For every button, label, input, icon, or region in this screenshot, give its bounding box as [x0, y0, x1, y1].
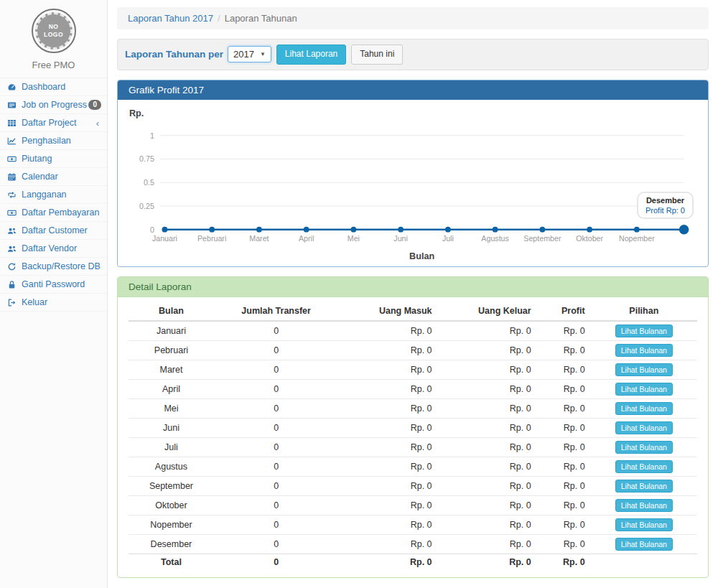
- cell-bulan: September: [129, 476, 214, 495]
- sidebar-item-dashboard[interactable]: Dashboard: [0, 78, 107, 96]
- lihat-bulanan-button-oktober[interactable]: Lihat Bulanan: [615, 499, 673, 512]
- lihat-bulanan-button-nopember[interactable]: Lihat Bulanan: [615, 518, 673, 531]
- sidebar-item-daftar-vendor[interactable]: Daftar Vendor: [0, 240, 107, 258]
- svg-text:Pebruari: Pebruari: [197, 234, 226, 243]
- chart-panel: Grafik Profit 2017 Rp.10.750.50.250Janua…: [117, 80, 709, 267]
- svg-text:Juli: Juli: [442, 234, 454, 243]
- column-header-bulan: Bulan: [129, 302, 214, 321]
- cell-uang-keluar: Rp. 0: [438, 340, 537, 360]
- tahun-ini-button[interactable]: Tahun ini: [351, 45, 403, 65]
- list-icon: [7, 101, 19, 110]
- sidebar-item-label: Piutang: [22, 154, 101, 164]
- line-chart-icon: [7, 136, 19, 146]
- cell-uang-keluar: Rp. 0: [438, 534, 537, 554]
- lihat-bulanan-button-mei[interactable]: Lihat Bulanan: [615, 402, 673, 415]
- sidebar-item-langganan[interactable]: Langganan: [0, 186, 107, 204]
- lihat-bulanan-button-september[interactable]: Lihat Bulanan: [615, 480, 673, 493]
- lihat-bulanan-button-juni[interactable]: Lihat Bulanan: [615, 421, 673, 434]
- caret-down-icon: ▼: [260, 51, 266, 57]
- cell-profit: Rp. 0: [537, 437, 591, 457]
- sidebar-item-backup-restore-db[interactable]: Backup/Restore DB: [0, 258, 107, 276]
- lihat-bulanan-button-juli[interactable]: Lihat Bulanan: [615, 441, 673, 454]
- main-content: Laporan Tahun 2017/Laporan Tahunan Lapor…: [108, 0, 718, 588]
- lihat-bulanan-button-april[interactable]: Lihat Bulanan: [615, 383, 673, 396]
- column-header-jumlah-transfer: Jumlah Transfer: [214, 302, 339, 321]
- cell-jumlah-transfer: 0: [214, 379, 339, 398]
- table-header-row: BulanJumlah TransferUang MasukUang Kelua…: [129, 302, 697, 321]
- cell-uang-masuk: Rp. 0: [338, 534, 437, 554]
- sidebar-item-ganti-password[interactable]: Ganti Password: [0, 276, 107, 294]
- column-header-uang-keluar: Uang Keluar: [438, 302, 537, 321]
- cell-profit: Rp. 0: [537, 398, 591, 418]
- sidebar-item-penghasilan[interactable]: Penghasilan: [0, 132, 107, 150]
- column-header-pilihan: Pilihan: [591, 302, 697, 321]
- cell-pilihan: Lihat Bulanan: [591, 457, 697, 476]
- lihat-laporan-button[interactable]: Lihat Laporan: [276, 45, 346, 65]
- users-icon: [7, 226, 19, 235]
- breadcrumb-link-laporan-tahun[interactable]: Laporan Tahun 2017: [128, 13, 213, 24]
- lihat-bulanan-button-agustus[interactable]: Lihat Bulanan: [615, 460, 673, 473]
- lihat-bulanan-button-pebruari[interactable]: Lihat Bulanan: [615, 344, 673, 357]
- breadcrumb: Laporan Tahun 2017/Laporan Tahunan: [117, 7, 709, 29]
- lihat-bulanan-button-desember[interactable]: Lihat Bulanan: [615, 538, 673, 551]
- cell-bulan: Desember: [129, 534, 214, 554]
- cell-pilihan: Lihat Bulanan: [591, 379, 697, 398]
- sidebar-item-calendar[interactable]: Calendar: [0, 168, 107, 186]
- cell-uang-keluar: Rp. 0: [438, 457, 537, 476]
- cell-uang-masuk: Rp. 0: [338, 360, 437, 379]
- breadcrumb-current: Laporan Tahunan: [225, 13, 297, 24]
- refresh-icon: [7, 262, 19, 271]
- cell-uang-keluar: Rp. 0: [438, 398, 537, 418]
- svg-text:0: 0: [150, 225, 154, 233]
- chart-body: Rp.10.750.50.250JanuariPebruariMaretApri…: [118, 100, 708, 266]
- cell-uang-keluar: Rp. 0: [438, 379, 537, 398]
- cell-bulan: Juli: [129, 437, 214, 457]
- cell-uang-keluar: Rp. 0: [438, 515, 537, 534]
- sign-out-icon: [7, 298, 19, 307]
- cell-bulan: Oktober: [129, 495, 214, 515]
- cell-jumlah-transfer: 0: [214, 418, 339, 437]
- cell-profit: Rp. 0: [537, 379, 591, 398]
- retweet-icon: [7, 190, 19, 200]
- table-row-total: Total0Rp. 0Rp. 0Rp. 0: [129, 554, 697, 570]
- svg-text:Mei: Mei: [348, 234, 360, 243]
- lihat-bulanan-button-maret[interactable]: Lihat Bulanan: [615, 363, 673, 376]
- profit-line-chart: Rp.10.750.50.250JanuariPebruariMaretApri…: [126, 104, 699, 265]
- dashboard-icon: [7, 83, 19, 92]
- sidebar-item-daftar-customer[interactable]: Daftar Customer: [0, 222, 107, 240]
- job-count-badge: 0: [88, 100, 101, 110]
- sidebar-item-daftar-pembayaran[interactable]: Daftar Pembayaran: [0, 204, 107, 222]
- column-header-profit: Profit: [537, 302, 591, 321]
- svg-text:Januari: Januari: [152, 234, 177, 243]
- cell-bulan: April: [129, 379, 214, 398]
- sidebar-item-label: Ganti Password: [22, 279, 101, 289]
- lihat-bulanan-button-januari[interactable]: Lihat Bulanan: [615, 325, 673, 337]
- cell-jumlah-transfer: 0: [214, 495, 339, 515]
- svg-text:0.75: 0.75: [139, 154, 154, 163]
- cell-profit: Rp. 0: [537, 321, 591, 341]
- cell-pilihan: Lihat Bulanan: [591, 495, 697, 515]
- cell-bulan: Nopember: [129, 515, 214, 534]
- table-row-januari: Januari0Rp. 0Rp. 0Rp. 0Lihat Bulanan: [129, 321, 697, 341]
- cell-jumlah-transfer: 0: [214, 321, 339, 341]
- logo-ring: NO LOGO: [32, 9, 76, 53]
- sidebar-item-label: Penghasilan: [22, 136, 101, 146]
- sidebar-item-job-on-progress[interactable]: Job on Progress0: [0, 96, 107, 114]
- breadcrumb-separator: /: [218, 13, 220, 24]
- sidebar-item-piutang[interactable]: Piutang: [0, 150, 107, 168]
- year-select-value: 2017: [233, 49, 254, 60]
- sidebar-item-keluar[interactable]: Keluar: [0, 294, 107, 312]
- svg-text:Maret: Maret: [249, 234, 269, 243]
- year-select[interactable]: 2017 ▼: [228, 46, 271, 62]
- sidebar-item-daftar-project[interactable]: Daftar Project‹: [0, 114, 107, 132]
- cell-pilihan: Lihat Bulanan: [591, 476, 697, 495]
- cell-profit: Rp. 0: [537, 457, 591, 476]
- cell-profit: Rp. 0: [537, 495, 591, 515]
- svg-text:Juni: Juni: [393, 234, 408, 243]
- calendar-icon: [7, 172, 19, 182]
- cell-bulan: Mei: [129, 398, 214, 418]
- cell-uang-keluar: Rp. 0: [438, 418, 537, 437]
- chart-panel-title: Grafik Profit 2017: [118, 80, 708, 100]
- cell-jumlah-transfer: 0: [214, 437, 339, 457]
- cell-profit: Rp. 0: [537, 476, 591, 495]
